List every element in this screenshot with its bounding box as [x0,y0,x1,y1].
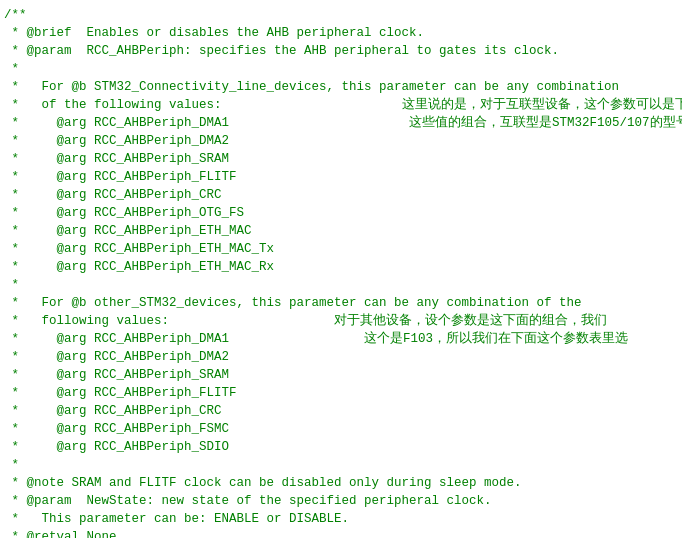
code-line: * @arg RCC_AHBPeriph_ETH_MAC_Tx [0,240,682,258]
code-line: * @note SRAM and FLITF clock can be disa… [0,474,682,492]
code-line: * For @b STM32_Connectivity_line_devices… [0,78,682,96]
code-line: * @arg RCC_AHBPeriph_OTG_FS [0,204,682,222]
code-line: * @param NewState: new state of the spec… [0,492,682,510]
code-line: * @arg RCC_AHBPeriph_DMA2 [0,132,682,150]
code-line: * @arg RCC_AHBPeriph_DMA1 这个是F103，所以我们在下… [0,330,682,348]
code-line: * @brief Enables or disables the AHB per… [0,24,682,42]
code-line: * @arg RCC_AHBPeriph_DMA1 这些值的组合，互联型是STM… [0,114,682,132]
code-line: * @arg RCC_AHBPeriph_FLITF [0,168,682,186]
code-line: * following values: 对于其他设备，设个参数是这下面的组合，我… [0,312,682,330]
code-line: * [0,276,682,294]
code-line: * @arg RCC_AHBPeriph_CRC [0,402,682,420]
code-line: * of the following values: 这里说的是，对于互联型设备… [0,96,682,114]
code-line: * @arg RCC_AHBPeriph_SDIO [0,438,682,456]
code-line: /** [0,6,682,24]
code-line: * [0,60,682,78]
code-line: * [0,456,682,474]
code-line: * @arg RCC_AHBPeriph_FSMC [0,420,682,438]
code-view: /** * @brief Enables or disables the AHB… [0,0,682,538]
code-line: * @arg RCC_AHBPeriph_SRAM [0,150,682,168]
code-line: * This parameter can be: ENABLE or DISAB… [0,510,682,528]
code-line: * For @b other_STM32_devices, this param… [0,294,682,312]
code-line: * @arg RCC_AHBPeriph_FLITF [0,384,682,402]
code-line: * @arg RCC_AHBPeriph_ETH_MAC [0,222,682,240]
code-line: * @param RCC_AHBPeriph: specifies the AH… [0,42,682,60]
code-line: * @arg RCC_AHBPeriph_CRC [0,186,682,204]
code-line: * @arg RCC_AHBPeriph_DMA2 [0,348,682,366]
code-line: * @arg RCC_AHBPeriph_SRAM [0,366,682,384]
code-line: * @arg RCC_AHBPeriph_ETH_MAC_Rx [0,258,682,276]
code-line: * @retval None [0,528,682,538]
